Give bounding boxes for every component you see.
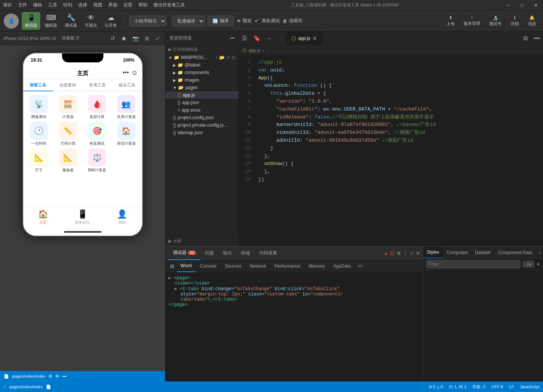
list-item[interactable]: 📡 网速测试 [26,95,53,120]
editor-action-btn[interactable]: ☰ [239,35,250,42]
inner-tab-wxml[interactable]: Wxml [177,260,196,272]
devtools-expand-icon[interactable]: ⤢ [410,251,414,256]
code-lines[interactable]: //app.js var uuid; App({ onLaunch: funct… [254,56,543,246]
file-item-sitemap[interactable]: {} sitemap.json [165,129,238,136]
compile-select[interactable]: 普通编译 [172,16,205,26]
upload-btn[interactable]: ⬆ 上传 [443,14,458,28]
devtools-tab-output[interactable]: 输出 [218,247,237,260]
refresh-icon[interactable]: ↺ [226,55,230,60]
menu-item-settings[interactable]: 设置 [123,2,132,8]
more-dots-icon[interactable]: ••• [62,374,67,378]
avatar[interactable]: 👤 [4,14,19,29]
window-close-btn[interactable]: ✕ [532,3,540,8]
notification-btn[interactable]: 🔔 消息 [525,14,539,28]
menu-item-interface[interactable]: 界面 [108,2,117,8]
layout-btn[interactable]: ⊞ [143,35,151,42]
devtools-tab-issues[interactable]: 问题 [200,247,218,260]
styles-tab-dataset[interactable]: Dataset [471,247,494,259]
screenshot-btn[interactable]: 📷 [131,35,140,42]
devtools-tab-quality[interactable]: 代码质量 [255,247,282,260]
view-icon[interactable]: 👁 [55,374,59,378]
devtools-close-icon[interactable]: ✕ [416,251,420,256]
inner-tab-network[interactable]: Network [246,260,270,272]
list-item[interactable]: ⚖️ BMI计算器 [84,148,111,173]
expand-btn[interactable]: ⤢ [154,35,161,42]
menu-item-devtools[interactable]: 微信开发者工具 [153,2,185,8]
editor-btn[interactable]: ⌨ 编辑器 [42,12,60,30]
more-editor-btn[interactable]: ••• [531,35,543,42]
collapse-icon[interactable]: ⊟ [232,55,235,60]
bottom-nav-home[interactable]: 🏠 主页 [23,209,63,225]
split-editor-btn[interactable]: ⧉ [520,35,531,42]
tab-entertainment[interactable]: 娱乐工具 [112,80,142,91]
list-item[interactable]: 👥 关系计算器 [113,95,140,120]
file-item-appwxss[interactable]: ≡ app.wxss [165,106,238,114]
file-item-components[interactable]: ▶ 📁 components [165,69,238,76]
cloud-btn[interactable]: ☁ 云开发 [102,12,120,30]
clear-btn[interactable]: 🗑 清缓存 [283,18,302,24]
list-item[interactable]: 📐 尺子 [26,148,53,173]
tab-info[interactable]: 信息查询 [53,80,83,91]
inner-tab-appdata[interactable]: AppData [329,260,355,272]
menu-item-view[interactable]: 视图 [93,2,102,8]
menu-item-goto[interactable]: 转到 [63,2,72,8]
menu-dots-icon[interactable]: ••• [123,69,129,76]
file-item-appjson[interactable]: {} app.json [165,99,238,106]
devtools-sidebar-btn[interactable]: ⊞ [168,263,176,269]
inner-tab-performance[interactable]: Performance [271,260,304,272]
editor-tab-appjs[interactable]: ⬡ app.js ✕ [286,32,323,45]
menu-item-file[interactable]: 文件 [18,2,27,8]
menu-item-edit[interactable]: 编辑 [33,2,42,8]
window-minimize-btn[interactable]: ─ [505,3,513,8]
tab-calculator[interactable]: 测算工具 [23,80,53,91]
scan-icon[interactable]: ⊙ [132,69,137,76]
filter-input[interactable] [426,260,520,268]
cls-btn[interactable]: .cls [523,261,534,268]
list-item[interactable]: 🕐 一生时间 [26,122,53,146]
mode-select[interactable]: 小程序模式 [129,16,166,26]
more-tabs-icon[interactable]: >> [355,263,365,269]
add-file-icon[interactable]: + [215,55,218,60]
styles-tab-componentdata[interactable]: Component Data [494,247,536,259]
detail-btn[interactable]: ℹ 详情 [508,14,522,28]
file-item-projectprivate[interactable]: {} project.private.config.js... [165,121,238,129]
menu-item-help[interactable]: 帮助 [138,2,147,8]
editor-back-btn[interactable]: ← [264,35,275,41]
list-item[interactable]: 📐 量角器 [55,148,82,173]
preview-btn[interactable]: 👁 预览 [237,18,252,24]
wxml-content[interactable]: ▶ <page> <view></view> ▶ <t-tabs bind:ch… [165,272,423,381]
styles-tab-computed[interactable]: Computed [443,247,471,259]
test-btn[interactable]: 🔬 测试号 [486,14,505,28]
editor-forward-btn[interactable]: → [275,35,286,41]
styles-more-icon[interactable]: › [537,250,543,255]
styles-tab-styles[interactable]: Styles [423,247,443,259]
debug-btn[interactable]: 🔧 调试器 [62,12,80,30]
simulate-btn[interactable]: 📱 模拟器 [22,12,40,30]
menu-item-project[interactable]: 项目 [3,2,12,8]
version-btn[interactable]: ⑂ 版本管理 [461,14,483,28]
menu-item-tools[interactable]: 工具 [48,2,57,8]
file-item-projectconfig[interactable]: {} project.config.json [165,114,238,121]
window-maximize-btn[interactable]: □ [519,3,526,8]
devtools-settings-icon[interactable]: ⚙ [397,251,401,256]
menu-item-select[interactable]: 选择 [78,2,87,8]
add-folder-icon[interactable]: 📂 [219,55,225,60]
tab-common[interactable]: 常用工具 [83,80,112,91]
devtools-tab-terminal[interactable]: 终端 [237,247,255,260]
inner-tab-sources[interactable]: Sources [221,260,245,272]
record-btn[interactable]: ⏺ [120,35,128,42]
rotate-btn[interactable]: ↺ [109,35,117,42]
list-item[interactable]: 🏠 房贷计算器 [113,122,140,146]
more-actions-icon[interactable]: ••• [230,36,235,41]
add-style-btn[interactable]: + [537,261,540,268]
compile-btn[interactable]: 🔄 编译 [208,16,234,26]
devtools-tab-debugger[interactable]: 调试器 22 [168,247,200,260]
project-root[interactable]: ▼ 📁 MINIPROG... + 📂 ↺ ⊟ [165,54,238,61]
editor-bookmark-btn[interactable]: 🔖 [250,35,264,42]
visualize-btn[interactable]: 👁 可视化 [82,12,100,30]
inner-tab-console[interactable]: Console [196,260,220,272]
code-editor[interactable]: 12345 678910 1112131415 16 //app.js var … [239,56,543,246]
bottom-nav-more[interactable]: 📱 更多好玩 [63,209,102,225]
list-item[interactable]: 🧮 计算器 [55,95,82,120]
file-item-babel[interactable]: ▶ 📁 @babel [165,61,238,69]
